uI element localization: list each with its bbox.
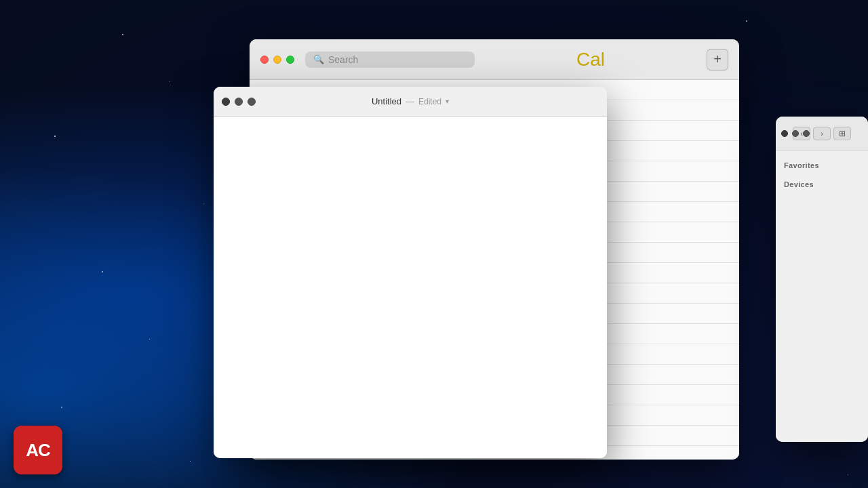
note-title: Untitled: [372, 96, 401, 106]
minimize-button[interactable]: [273, 56, 281, 64]
calendar-toolbar: 🔍 Search Cal +: [250, 39, 739, 80]
add-button[interactable]: +: [707, 49, 728, 70]
finder-traffic-lights: [781, 130, 810, 137]
note-traffic-lights: [222, 98, 256, 106]
search-bar[interactable]: 🔍 Search: [305, 52, 475, 68]
note-close-button[interactable]: [222, 98, 230, 106]
note-maximize-button[interactable]: [248, 98, 256, 106]
finder-close-button[interactable]: [781, 130, 788, 137]
ac-badge: AC: [14, 426, 62, 474]
note-window: Untitled — Edited ▾: [214, 87, 607, 458]
search-icon: 🔍: [313, 54, 324, 64]
finder-window: ‹ › ⊞ Favorites Devices: [776, 117, 868, 442]
grid-icon: ⊞: [839, 129, 846, 138]
view-grid-button[interactable]: ⊞: [833, 127, 851, 140]
note-minimize-button[interactable]: [235, 98, 243, 106]
finder-toolbar: ‹ › ⊞: [776, 117, 868, 150]
sidebar-item-favorites[interactable]: Favorites: [781, 159, 863, 172]
maximize-button[interactable]: [286, 56, 294, 64]
note-status: Edited: [418, 97, 441, 106]
search-placeholder: Search: [328, 54, 358, 65]
finder-sidebar: Favorites Devices: [776, 150, 868, 442]
ac-badge-text: AC: [26, 440, 50, 461]
calendar-traffic-lights: [260, 56, 294, 64]
chevron-down-icon[interactable]: ▾: [446, 98, 449, 105]
calendar-title: Cal: [486, 49, 696, 70]
note-toolbar: Untitled — Edited ▾: [214, 87, 607, 117]
finder-maximize-button[interactable]: [803, 130, 810, 137]
nav-forward-button[interactable]: ›: [813, 127, 831, 140]
close-button[interactable]: [260, 56, 269, 64]
note-title-area: Untitled — Edited ▾: [372, 96, 449, 106]
note-body[interactable]: [214, 117, 607, 458]
sidebar-item-devices[interactable]: Devices: [781, 178, 863, 191]
note-separator: —: [406, 96, 414, 106]
finder-minimize-button[interactable]: [792, 130, 799, 137]
